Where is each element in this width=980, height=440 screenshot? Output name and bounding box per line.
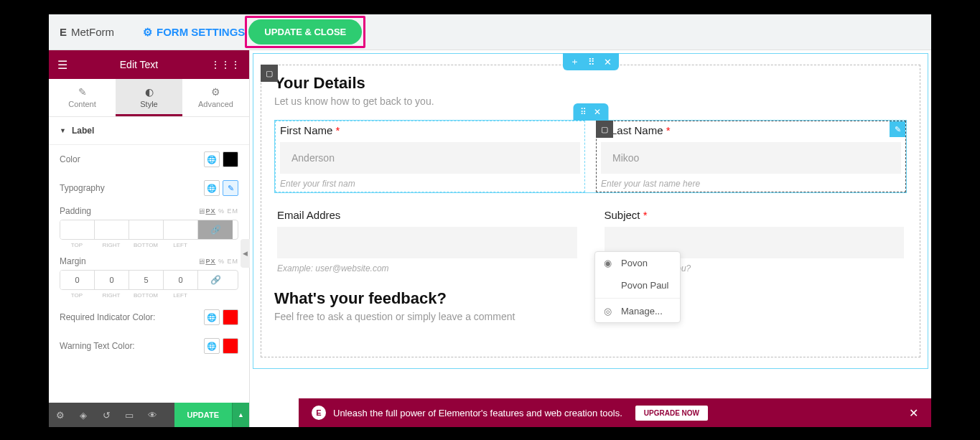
drag-section-icon[interactable]: ⠿ <box>588 57 595 67</box>
globe-icon[interactable]: 🌐 <box>204 151 220 167</box>
dir-bottom: BOTTOM <box>129 292 163 299</box>
autocomplete-popup: ◉ Povon Povon Paul ◎ Manage... <box>594 251 681 323</box>
typography-label: Typography <box>60 183 204 193</box>
last-name-help: Enter your last name here <box>598 179 904 192</box>
unit-pct[interactable]: % <box>218 207 225 215</box>
feedback-sub: Feel free to ask a question or simply le… <box>274 311 907 322</box>
navigator-icon[interactable]: ◈ <box>72 403 95 427</box>
link-values-icon[interactable]: 🔗 <box>198 271 233 289</box>
typography-edit-button[interactable]: ✎ <box>223 180 238 196</box>
promo-text: Unleash the full power of Elementor's fe… <box>333 408 622 418</box>
autocomplete-opt2: Povon Paul <box>621 280 669 291</box>
globe-icon[interactable]: 🌐 <box>204 338 220 354</box>
delete-section-icon[interactable]: ✕ <box>604 57 612 67</box>
history-icon[interactable]: ↺ <box>95 403 118 427</box>
section-toolbar[interactable]: ＋ ⠿ ✕ <box>563 53 619 70</box>
pencil-icon: ✎ <box>49 86 116 98</box>
last-name-widget[interactable]: ▢ ✎ Last Name * Enter your last name her… <box>596 121 906 192</box>
autocomplete-option[interactable]: ◉ Povon <box>595 252 680 274</box>
close-promo-icon[interactable]: ✕ <box>909 406 918 420</box>
globe-icon[interactable]: 🌐 <box>204 180 220 196</box>
unit-pct[interactable]: % <box>218 258 225 265</box>
color-swatch[interactable] <box>223 151 238 167</box>
settings-icon[interactable]: ⚙ <box>49 403 72 427</box>
margin-left-input[interactable] <box>164 271 198 289</box>
first-name-label: First Name * <box>277 121 583 136</box>
person-icon: ◉ <box>604 258 614 268</box>
unit-px[interactable]: PX <box>205 258 215 265</box>
form-settings-link[interactable]: ⚙ FORM SETTINGS <box>143 26 245 39</box>
upgrade-now-button[interactable]: UPGRADE NOW <box>635 406 708 421</box>
section[interactable]: ＋ ⠿ ✕ ▢ Your Details Let us know how to … <box>253 53 928 369</box>
last-name-label: Last Name * <box>598 121 904 136</box>
warning-text-label: Warning Text Color: <box>60 341 204 351</box>
column-handle-icon[interactable]: ▢ <box>261 65 278 82</box>
add-section-icon[interactable]: ＋ <box>570 55 579 68</box>
unit-em[interactable]: EM <box>228 258 239 265</box>
typography-control: Typography 🌐 ✎ <box>49 174 249 202</box>
update-button[interactable]: UPDATE <box>174 403 232 427</box>
section-label-title: Label <box>72 126 94 136</box>
required-indicator-control: Required Indicator Color: 🌐 <box>49 303 249 332</box>
first-name-widget[interactable]: First Name * Enter your first nam <box>275 121 585 192</box>
link-values-icon[interactable]: 🔗 <box>198 220 233 239</box>
padding-right-input[interactable] <box>95 220 129 239</box>
update-and-close-button[interactable]: UPDATE & CLOSE <box>248 19 362 45</box>
form-settings-label: FORM SETTINGS <box>157 26 245 38</box>
autocomplete-opt1: Povon <box>621 258 648 268</box>
drag-icon[interactable]: ⠿ <box>580 107 587 117</box>
autocomplete-option[interactable]: Povon Paul <box>595 274 680 296</box>
tab-style[interactable]: ◐ Style <box>116 79 182 116</box>
margin-right-input[interactable] <box>95 271 129 289</box>
dir-left: LEFT <box>163 292 197 299</box>
tab-advanced-label: Advanced <box>198 100 233 108</box>
tab-advanced[interactable]: ⚙ Advanced <box>182 79 249 116</box>
globe-icon[interactable]: 🌐 <box>204 309 220 325</box>
editor-footer: ⚙ ◈ ↺ ▭ 👁 UPDATE ▲ <box>49 403 249 427</box>
update-caret-button[interactable]: ▲ <box>232 403 249 427</box>
inner-section-toolbar[interactable]: ⠿ ✕ <box>573 103 608 121</box>
responsive-icon[interactable]: ▭ <box>118 403 141 427</box>
color-control: Color 🌐 <box>49 145 249 174</box>
section-label-header[interactable]: ▼ Label <box>49 117 249 145</box>
last-name-input[interactable] <box>601 142 901 174</box>
warning-swatch[interactable] <box>223 338 238 354</box>
first-name-input[interactable] <box>280 142 580 174</box>
device-icon[interactable]: 🖥 <box>197 207 205 215</box>
margin-bottom-input[interactable] <box>129 271 164 289</box>
unit-em[interactable]: EM <box>228 207 239 215</box>
email-help: Example: user@website.com <box>274 263 580 276</box>
brand-label: MetForm <box>71 26 114 38</box>
device-icon[interactable]: 🖥 <box>197 257 205 266</box>
column[interactable]: ▢ Your Details Let us know how to get ba… <box>261 65 920 357</box>
column-handle-icon[interactable]: ▢ <box>596 121 613 138</box>
padding-left-input[interactable] <box>164 220 198 239</box>
required-swatch[interactable] <box>223 309 238 325</box>
editor-sidebar: ☰ Edit Text ⋮⋮⋮ ✎ Content ◐ Style ⚙ Adva… <box>49 50 250 427</box>
autocomplete-manage[interactable]: ◎ Manage... <box>595 300 680 322</box>
widgets-grid-icon[interactable]: ⋮⋮⋮ <box>210 59 241 70</box>
preview-icon[interactable]: 👁 <box>141 403 164 427</box>
dir-right: RIGHT <box>94 292 129 299</box>
edit-widget-button[interactable]: ✎ <box>890 121 905 137</box>
padding-label: Padding <box>60 206 195 216</box>
hamburger-icon[interactable]: ☰ <box>57 58 67 72</box>
dir-top: TOP <box>60 292 94 299</box>
collapse-sidebar-handle[interactable]: ◀ <box>241 239 250 268</box>
tab-content[interactable]: ✎ Content <box>49 79 116 116</box>
margin-top-input[interactable] <box>60 271 95 289</box>
your-details-heading: Your Details <box>274 74 907 93</box>
padding-top-input[interactable] <box>60 220 95 239</box>
required-indicator-label: Required Indicator Color: <box>60 312 204 322</box>
warning-text-control: Warning Text Color: 🌐 <box>49 332 249 360</box>
delete-icon[interactable]: ✕ <box>594 107 601 117</box>
canvas[interactable]: ＋ ⠿ ✕ ▢ Your Details Let us know how to … <box>250 50 931 427</box>
modal-topbar: E MetForm ⚙ FORM SETTINGS UPDATE & CLOSE <box>49 14 931 50</box>
padding-bottom-input[interactable] <box>129 220 164 239</box>
email-widget[interactable]: Email Addres Example: user@website.com <box>274 206 580 276</box>
sidebar-title: Edit Text <box>67 59 210 70</box>
unit-px[interactable]: PX <box>205 207 215 215</box>
contrast-icon: ◐ <box>116 86 182 98</box>
brand: E MetForm <box>60 26 114 38</box>
email-input[interactable] <box>277 227 577 258</box>
